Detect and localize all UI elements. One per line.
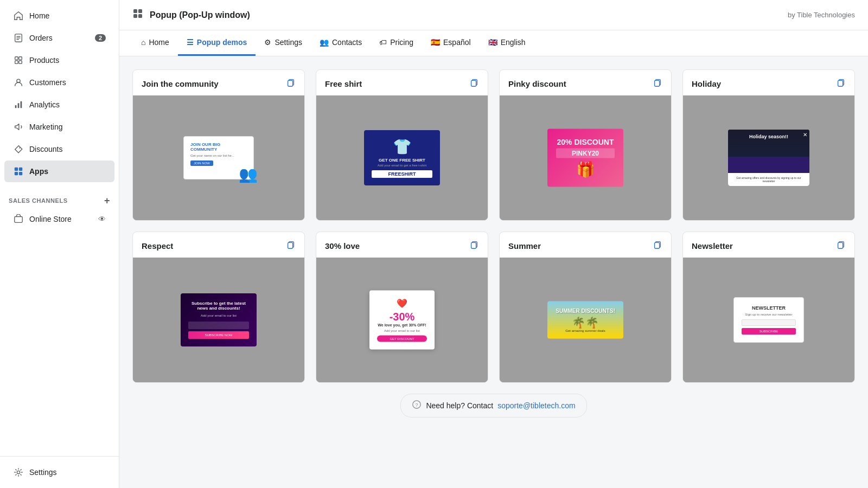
card-preview-respect: Subscribe to get the latest news and dis… [133, 258, 304, 382]
footer-help-email[interactable]: soporte@tibletech.com [497, 401, 575, 410]
sidebar-item-label-marketing: Marketing [29, 123, 106, 131]
sidebar-item-marketing[interactable]: Marketing [4, 116, 114, 138]
topbar-by: by Tible Technologies [788, 11, 855, 19]
svg-rect-30 [838, 80, 843, 86]
card-copy-respect[interactable] [286, 240, 296, 252]
tab-english[interactable]: 🇬🇧 English [480, 30, 534, 56]
popup-card-pinky-discount: Pinky discount 20% DISCOUNT PINKY20 🎁 [499, 69, 672, 221]
tab-settings[interactable]: ⚙ Settings [256, 30, 311, 56]
card-title-newsletter: Newsletter [692, 241, 733, 251]
card-header-30-love: 30% love [316, 232, 488, 258]
tab-pricing-icon: 🏷 [379, 38, 387, 47]
svg-rect-32 [288, 242, 293, 248]
sidebar-item-home[interactable]: Home [4, 5, 114, 27]
card-header-respect: Respect [133, 232, 304, 258]
card-copy-summer[interactable] [653, 240, 662, 252]
tab-settings-icon: ⚙ [264, 38, 271, 47]
sidebar-item-orders[interactable]: Orders 2 [4, 27, 114, 49]
card-copy-free-shirt[interactable] [469, 78, 479, 90]
svg-rect-28 [655, 80, 660, 86]
svg-rect-34 [471, 242, 476, 248]
svg-rect-14 [19, 168, 22, 171]
card-copy-newsletter[interactable] [836, 240, 846, 252]
sidebar-item-label-home: Home [29, 11, 106, 20]
card-copy-holiday[interactable] [836, 78, 846, 90]
sidebar-item-online-store[interactable]: Online Store 👁 [4, 208, 114, 230]
popup-card-summer: Summer SUMMER DISCOUNTS! 🌴🌴 Get amazing … [499, 232, 672, 383]
card-title-free-shirt: Free shirt [325, 79, 362, 88]
footer-help-text: Need help? Contact [426, 401, 493, 410]
tab-popup-demos[interactable]: ☰ Popup demos [178, 30, 256, 56]
svg-rect-17 [15, 217, 22, 223]
tab-contacts[interactable]: 👥 Contacts [311, 30, 371, 56]
products-icon [13, 55, 24, 66]
sidebar-item-apps[interactable]: Apps [4, 160, 114, 182]
sidebar: Home Orders 2 Products Customers Analy [0, 0, 119, 488]
content-area: Join the community JOIN OUR BIG COMMUNIT… [119, 56, 868, 488]
sidebar-item-label-products: Products [29, 56, 106, 65]
topbar: Popup (Pop-Up window) by Tible Technolog… [119, 0, 868, 30]
svg-rect-11 [21, 101, 22, 108]
svg-point-18 [17, 471, 20, 473]
home-icon [13, 10, 24, 21]
svg-rect-13 [15, 168, 18, 171]
svg-rect-38 [838, 242, 843, 248]
sidebar-item-label-analytics: Analytics [29, 100, 106, 109]
popup-card-30-love: 30% love ❤️ -30% We love you, get 30% OF… [316, 232, 488, 383]
svg-rect-21 [133, 14, 137, 18]
card-header-pinky-discount: Pinky discount [500, 70, 671, 95]
sidebar-item-label-apps: Apps [29, 167, 106, 176]
card-title-summer: Summer [508, 241, 541, 251]
sidebar-item-analytics[interactable]: Analytics [4, 94, 114, 115]
svg-rect-10 [18, 103, 20, 108]
sidebar-item-discounts[interactable]: Discounts [4, 138, 114, 160]
card-preview-free-shirt: 👕 GET ONE FREE SHIRT Add your email to g… [316, 95, 488, 220]
popup-card-newsletter: Newsletter NEWSLETTER Sign up to receive… [682, 232, 855, 383]
sidebar-item-label-settings: Settings [29, 468, 106, 477]
topbar-title: Popup (Pop-Up window) [150, 10, 781, 20]
svg-rect-20 [138, 9, 142, 13]
card-preview-summer: SUMMER DISCOUNTS! 🌴🌴 Get amazing summer … [500, 258, 671, 382]
svg-rect-6 [15, 61, 18, 63]
svg-point-12 [19, 147, 20, 149]
card-copy-join-community[interactable] [286, 78, 296, 90]
card-header-newsletter: Newsletter [683, 232, 854, 258]
svg-rect-26 [471, 80, 476, 86]
card-header-summer: Summer [500, 232, 671, 258]
topbar-app-icon [132, 8, 143, 22]
svg-rect-4 [15, 57, 18, 60]
popup-card-join-community: Join the community JOIN OUR BIG COMMUNIT… [132, 69, 305, 221]
sales-channels-label: SALES CHANNELS [9, 197, 68, 204]
online-store-eye-icon[interactable]: 👁 [98, 215, 106, 223]
sidebar-item-customers[interactable]: Customers [4, 72, 114, 93]
tab-espanol-flag-icon: 🇪🇸 [431, 38, 440, 47]
add-sales-channel-button[interactable]: + [104, 196, 110, 206]
tab-espanol[interactable]: 🇪🇸 Español [422, 30, 480, 56]
card-copy-pinky-discount[interactable] [653, 78, 662, 90]
footer-help: ? Need help? Contact soporte@tibletech.c… [132, 383, 855, 428]
svg-rect-16 [19, 172, 22, 175]
sidebar-item-settings[interactable]: Settings [4, 461, 114, 483]
discounts-icon [13, 144, 24, 155]
tab-pricing[interactable]: 🏷 Pricing [371, 30, 422, 56]
card-copy-30-love[interactable] [469, 240, 479, 252]
card-title-respect: Respect [142, 241, 173, 251]
svg-rect-9 [15, 105, 17, 108]
svg-text:?: ? [416, 402, 418, 408]
card-preview-join-community: JOIN OUR BIG COMMUNITY Get your name on … [133, 95, 304, 220]
popup-card-respect: Respect Subscribe to get the latest news… [132, 232, 305, 383]
orders-badge: 2 [95, 34, 106, 42]
analytics-icon [13, 99, 24, 110]
main-content: Popup (Pop-Up window) by Tible Technolog… [119, 0, 868, 488]
svg-rect-7 [19, 61, 22, 63]
card-preview-30-love: ❤️ -30% We love you, get 30% OFF! Add yo… [316, 258, 488, 382]
card-title-30-love: 30% love [325, 241, 360, 251]
card-header-join-community: Join the community [133, 70, 304, 95]
svg-rect-36 [655, 242, 660, 248]
popup-card-free-shirt: Free shirt 👕 GET ONE FREE SHIRT Add your… [316, 69, 488, 221]
sidebar-item-products[interactable]: Products [4, 49, 114, 71]
apps-icon [13, 166, 24, 177]
tab-home[interactable]: ⌂ Home [132, 30, 178, 56]
sidebar-bottom: Settings [0, 456, 119, 488]
card-preview-holiday: Holiday season!! ✕ Get amazing offers an… [683, 95, 854, 220]
